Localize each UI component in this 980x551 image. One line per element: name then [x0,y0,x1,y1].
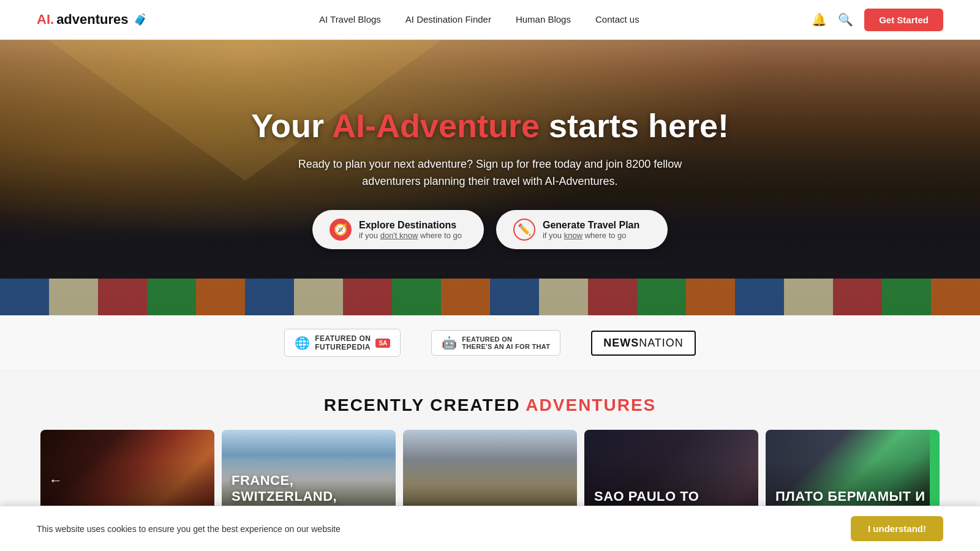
cookie-banner: This website uses cookies to ensure you … [0,506,980,551]
section-title-highlight: ADVENTURES [526,395,656,414]
logo-rest: adventures [56,12,128,28]
arrow-icon-thailand: ← [49,473,62,489]
generate-travel-plan-button[interactable]: ✏️ Generate Travel Plan if you know wher… [496,210,668,249]
generate-btn-sub-text: if you know where to go [543,231,639,240]
nav-link-ai-travel-blogs[interactable]: AI Travel Blogs [319,14,381,24]
news-text: NEWS [603,337,639,349]
nav-link-human-blogs[interactable]: Human Blogs [516,14,571,24]
logos-bar: 🌐 featured onFUTUREPEDIA SA 🤖 FEATURED O… [0,315,980,371]
hero-title: Your AI-Adventure starts here! [251,106,729,146]
hero-title-prefix: Your [251,107,332,144]
nation-text: NATION [639,337,684,349]
hero-title-suffix: starts here! [540,107,729,144]
pencil-icon: ✏️ [513,219,535,241]
explore-destinations-button[interactable]: 🧭 Explore Destinations if you don't know… [312,210,484,249]
theresanai-icon: 🤖 [442,335,457,350]
futurepedia-text: featured onFUTUREPEDIA [315,334,371,351]
nav-right: 🔔 🔍 Get Started [812,9,943,31]
logo-ai: AI. [37,12,54,28]
hero-section: Your AI-Adventure starts here! Ready to … [0,40,980,315]
nav-link-ai-destination-finder[interactable]: AI Destination Finder [405,14,491,24]
cookie-text: This website uses cookies to ensure you … [37,524,341,534]
theresanai-badge[interactable]: 🤖 FEATURED ONTHERE'S AN AI FOR THAT [431,330,560,356]
futurepedia-badge[interactable]: 🌐 featured onFUTUREPEDIA SA [284,329,401,357]
nav-link-contact-us[interactable]: Contact us [595,14,639,24]
get-started-button[interactable]: Get Started [864,9,943,31]
notification-icon[interactable]: 🔔 [812,12,827,27]
compass-icon: 🧭 [330,219,352,241]
section-title: RECENTLY CREATED ADVENTURES [0,371,980,430]
search-icon[interactable]: 🔍 [838,12,853,27]
hero-buttons: 🧭 Explore Destinations if you don't know… [251,210,729,249]
hero-subtitle: Ready to plan your next adventure? Sign … [282,156,698,191]
prayer-flags [0,279,980,315]
logo[interactable]: AI.adventures 🧳 [37,12,147,28]
futurepedia-icon: 🌐 [295,335,310,350]
hero-content: Your AI-Adventure starts here! Ready to … [227,106,753,249]
futurepedia-badge-label: SA [375,339,390,348]
theresanai-text: FEATURED ONTHERE'S AN AI FOR THAT [462,335,550,350]
navbar: AI.adventures 🧳 AI Travel Blogs AI Desti… [0,0,980,40]
section-title-prefix: RECENTLY CREATED [324,395,526,414]
nav-links: AI Travel Blogs AI Destination Finder Hu… [319,14,639,25]
explore-btn-main-text: Explore Destinations [359,220,462,231]
cookie-accept-button[interactable]: I understand! [851,516,943,541]
explore-btn-sub-text: if you don't know where to go [359,231,462,240]
logo-emoji: 🧳 [134,13,147,26]
newsnation-badge[interactable]: NEWSNATION [591,331,696,356]
generate-btn-main-text: Generate Travel Plan [543,220,639,231]
hero-title-highlight: AI-Adventure [332,107,540,144]
